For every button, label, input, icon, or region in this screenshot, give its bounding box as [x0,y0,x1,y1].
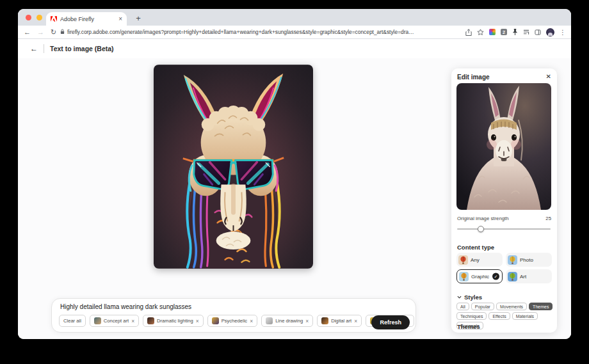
content-type-label: Art [520,274,526,280]
remove-style-icon[interactable]: × [131,318,134,324]
tab-title: Adobe Firefly [60,16,118,22]
strength-value: 25 [545,216,551,221]
style-filter-popular[interactable]: Popular [471,303,494,310]
style-chip-label: Psychedelic [222,318,248,324]
badge-extension-icon[interactable]: 2 [501,29,507,35]
clear-all-button[interactable]: Clear all [59,315,86,327]
chevron-down-icon [457,296,462,299]
style-filter-techniques[interactable]: Techniques [456,312,487,320]
style-chips-row: Clear all Concept art×Dramatic lighting×… [59,315,414,327]
content-type-grid: AnyPhotoGraphic✓Art [456,253,552,283]
remove-style-icon[interactable]: × [196,318,199,324]
remove-style-icon[interactable]: × [305,318,309,324]
style-chip-line-drawing[interactable]: Line drawing× [261,315,313,327]
edit-image-panel: Edit image ✕ [451,68,557,333]
header-divider [44,44,44,53]
original-image-preview [456,83,551,210]
style-chip-label: Line drawing [275,318,303,324]
slider-thumb[interactable] [478,226,484,232]
profile-avatar[interactable] [546,28,554,36]
style-filter-materials[interactable]: Materials [512,312,538,320]
prompt-input[interactable]: Highly detailed llama wearing dark sungl… [60,303,191,310]
browser-tab[interactable]: Adobe Firefly × [46,12,127,26]
style-chip-dramatic-lighting[interactable]: Dramatic lighting× [143,315,204,327]
content-type-photo[interactable]: Photo [506,253,552,267]
slider-track[interactable] [457,228,551,230]
url-text[interactable]: firefly.corp.adobe.com/generate/images?p… [67,29,416,35]
style-chip-label: Dramatic lighting [157,318,193,324]
back-icon[interactable]: ← [24,28,31,36]
balloon-thumbnail-icon [508,272,517,281]
content-type-any[interactable]: Any [456,253,503,267]
style-thumbnail-icon [266,317,273,324]
style-filter-movements[interactable]: Movements [496,303,527,310]
balloon-thumbnail-icon [508,255,517,265]
style-filter-all[interactable]: All [456,303,469,310]
browser-tab-bar: Adobe Firefly × + [18,9,571,26]
remove-style-icon[interactable]: × [354,318,357,324]
content-type-label: Any [471,257,480,263]
page-header: ← Text to image (Beta) [18,39,571,58]
browser-toolbar: ← → ↻ firefly.corp.adobe.com/generate/im… [18,26,571,39]
refresh-button[interactable]: Refresh [371,315,410,329]
style-filter-effects[interactable]: Effects [488,312,510,320]
address-bar[interactable]: firefly.corp.adobe.com/generate/images?p… [60,27,419,36]
style-thumbnail-icon [147,317,154,324]
pin-extension-icon[interactable] [512,29,518,35]
minimize-window-button[interactable] [36,15,42,20]
style-thumbnail-icon [321,317,328,324]
adobe-favicon-icon [51,16,57,22]
rainbow-extension-icon[interactable] [489,29,496,35]
style-chip-digital-art[interactable]: Digital art× [317,315,362,327]
generated-image[interactable] [154,65,313,269]
style-thumbnail-icon [212,317,219,324]
desktop-background: Adobe Firefly × + ← → ↻ firefly.corp.ado… [0,0,589,364]
new-tab-button[interactable]: + [133,12,144,24]
content-type-label: Graphic [471,274,489,280]
style-chip-label: Digital art [331,318,351,324]
sidebar-toggle-icon[interactable] [535,29,541,35]
styles-heading[interactable]: Styles [457,294,482,301]
style-chip-concept-art[interactable]: Concept art× [90,315,139,327]
close-window-button[interactable] [26,15,31,20]
content-type-art[interactable]: Art [506,269,552,283]
padlock-icon [60,29,65,35]
close-panel-icon[interactable]: ✕ [546,73,551,80]
strength-slider[interactable] [457,226,551,232]
reload-icon[interactable]: ↻ [51,28,56,36]
remove-style-icon[interactable]: × [250,318,253,324]
browser-menu-icon[interactable]: ⋮ [560,29,566,36]
edit-panel-title: Edit image [457,74,490,81]
page-title: Text to image (Beta) [50,45,114,52]
toolbar-actions: 2 ⋮ [465,26,566,38]
balloon-thumbnail-icon [458,255,468,265]
page-back-button[interactable]: ← [28,44,40,54]
content-type-heading: Content type [457,244,494,251]
prompt-bar: Highly detailed llama wearing dark sungl… [51,298,416,333]
strength-label: Original image strength [457,216,509,221]
style-thumbnail-icon [94,317,101,324]
style-filter-themes[interactable]: Themes [529,303,553,310]
browser-window: Adobe Firefly × + ← → ↻ firefly.corp.ado… [18,9,571,339]
style-chip-label: Concept art [104,318,129,324]
share-icon[interactable] [465,29,472,36]
content-type-label: Photo [520,257,533,263]
selected-check-icon: ✓ [492,273,499,280]
balloon-thumbnail-icon [459,272,469,281]
style-chip-psychedelic[interactable]: Psychedelic× [207,315,258,327]
tab-close-icon[interactable]: × [118,15,122,22]
themes-heading: Themes [457,323,480,330]
bookmark-star-icon[interactable] [477,29,484,36]
content-type-graphic[interactable]: Graphic✓ [456,269,503,283]
list-extension-icon[interactable] [523,29,529,35]
forward-icon: → [37,28,44,36]
